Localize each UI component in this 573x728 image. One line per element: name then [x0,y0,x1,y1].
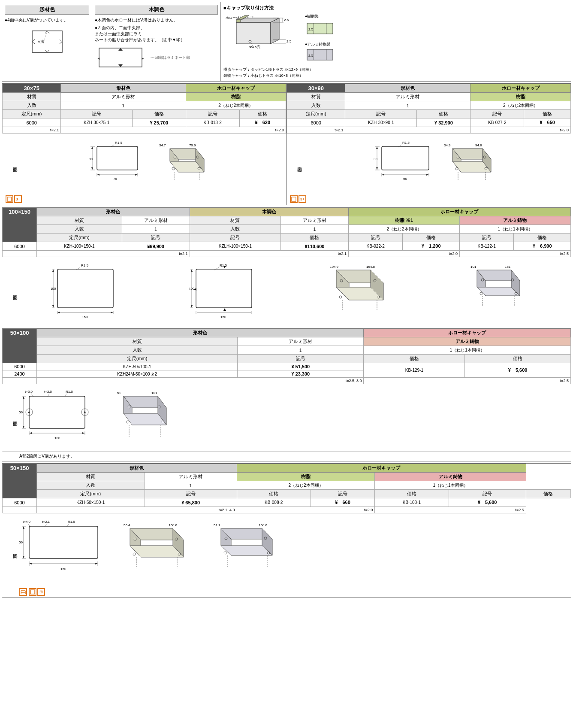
svg-marker-197 [23,556,24,558]
svg-marker-165 [23,396,24,399]
alumi-code-label: 記号 [459,234,514,242]
svg-text:R1.5: R1.5 [402,141,410,145]
svg-marker-202 [29,563,32,564]
drawing-area-100x150: 姿図 R1.5 100 150 R1.5 [2,257,571,326]
svg-line-2 [47,31,49,33]
cap-30x75: 34.7 79.6 [157,142,213,185]
svg-marker-166 [23,426,24,428]
svg-point-213 [133,553,136,555]
cap-qty-30x75: 2（ねじ2本同梱） [186,101,286,110]
cap-100x150-resin: 104.9 164.8 [328,264,396,319]
profile-30x75: R1.5 30 75 [88,138,148,189]
svg-text:►: ► [141,57,145,61]
svg-text:R1.5: R1.5 [68,520,75,524]
svg-text:56.4: 56.4 [124,523,130,527]
svg-marker-12 [118,48,123,51]
svg-point-225 [224,552,226,554]
svg-text:A: A [84,410,86,414]
svg-line-6 [60,42,62,44]
svg-text:R1.5: R1.5 [66,390,73,394]
price-50x150: ¥ 65,800 [145,498,237,507]
svg-marker-121 [191,305,193,308]
alumi-cap-diagram: 2.5 [305,47,339,64]
length-100x150: 6000 [3,242,37,251]
svg-text:150.6: 150.6 [259,523,268,527]
alumi-code-100x150: KB-122-1 [459,242,514,251]
svg-text:94.8: 94.8 [475,143,482,147]
svg-rect-157 [29,396,85,428]
svg-text:51: 51 [117,391,121,395]
resin-label-30x75: 樹脂 [186,93,286,101]
material-label-100x150: 材質 [37,216,122,225]
icon2-30x90: 3+ [299,195,306,203]
cap-header-50x150: ホロー材キャップ [237,464,526,473]
svg-marker-52 [97,174,100,176]
alumi-code-50x150: KB-108-1 [375,498,449,507]
cap-thickness-30x90: t=2.0 [470,127,571,133]
material-100x150: アルミ形材 [122,216,190,225]
profile-100x150-zairyo: R1.5 100 150 [51,261,120,322]
code-100x150: KZH-100×150-1 [37,242,122,251]
qty-label-100x150: 入数 [37,225,122,234]
alumi-thickness-50x150: t=2.5 [375,507,526,513]
size-50x100: 50×100 [3,329,37,363]
svg-marker-196 [23,526,24,529]
size-30x75: 30×75 [3,84,61,93]
resin-cap-diagram: 2.5 [305,21,339,38]
qty-100x150: 1 [122,225,190,234]
figure-label-30x75: 姿図 [6,137,18,190]
alumi-qty-100x150: 1（ねじ1本同梱） [459,225,570,234]
center-bullet1: ●木調色のホロー材にはV溝はありません。 [95,17,218,23]
svg-text:100: 100 [190,287,195,291]
alumi-label: ●アルミ鋳物製 [305,42,339,47]
cap-code-label2: 記号 [470,110,524,118]
qty-label-50x150: 入数 [37,481,145,490]
mokucho-header-100x150: 木調色 [190,208,348,216]
cap-price-30x90: ¥ 650 [524,118,571,127]
thickness-50x100: t=2.5, 3.0 [37,378,364,384]
drawing-area-50x100: 姿図 t=3.0 t=2.5 R1.5 A A [2,384,571,451]
cap-header-30x75: ホロー材キャップ [186,84,286,93]
wood-price-100x150: ¥110,600 [280,242,348,251]
cap-code-50x100: KB-129-1 [364,363,465,378]
svg-text:150: 150 [82,315,88,319]
svg-text:101: 101 [470,265,476,269]
cap-code-30x90: KB-027-2 [470,118,524,127]
code-label2: 記号 [345,110,417,118]
svg-marker-19 [271,18,279,44]
section-50x150: 50×150 形材色 ホロー材キャップ 材質 アルミ形材 樹脂 アルミ鋳物 入数… [2,463,571,598]
icon1-50x150 [19,588,27,596]
svg-text:100: 100 [54,436,60,440]
price2-50x100: ¥ 23,300 [238,370,364,378]
svg-marker-80 [382,174,384,176]
svg-text:34.9: 34.9 [444,143,451,147]
svg-text:164.8: 164.8 [366,265,375,269]
svg-text:▲: ▲ [223,307,227,312]
cap-thickness-50x100: t=2.5 [364,378,571,384]
size-50x150: 50×150 [3,464,37,498]
svg-line-191 [66,524,69,527]
svg-text:Φ4.5穴: Φ4.5穴 [249,45,260,49]
svg-marker-203 [95,563,98,564]
cap-30x90: 34.9 94.8 [442,142,498,185]
svg-text:V溝: V溝 [38,39,44,44]
svg-line-3 [32,39,35,42]
code-50x150: KZH-50×150-1 [37,498,145,507]
svg-marker-13 [118,64,123,67]
cap-header-30x90: ホロー材キャップ [470,84,571,93]
resin-code-50x150: KB-008-2 [237,498,311,507]
cap-100x150-alumi: 101 151 [466,264,535,319]
svg-line-7 [45,50,47,52]
resin-qty-50x150: 2（ねじ2本同梱） [237,481,375,490]
code-label: 記号 [61,110,133,118]
svg-rect-192 [29,526,98,558]
laminate-diagram: ◄ ► [95,45,146,70]
size-label: 定尺(mm) [3,110,61,118]
drawing-area-30x75: 姿図 R1.5 30 [2,133,286,194]
profile-50x100: t=3.0 t=2.5 R1.5 A A 50 [18,388,100,448]
code-30x90: KZH-30×90-1 [345,118,417,127]
thickness-50x150: t=2.1, 4.0 [37,507,237,513]
cap-installation-diagram: ホロー材キャップ 2.5 2.5 Φ4.5穴 [223,14,301,61]
figure-label-50x100: 姿図 [6,388,18,448]
resin-code-label-50x150: 記号 [311,490,374,498]
